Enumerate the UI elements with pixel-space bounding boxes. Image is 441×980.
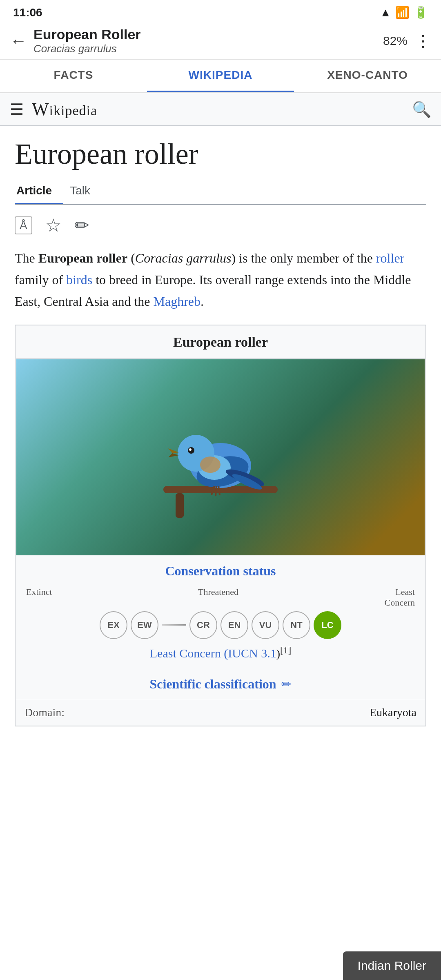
conservation-labels: Extinct Threatened LeastConcern: [23, 587, 418, 608]
status-time: 11:06: [13, 6, 42, 19]
wiki-toolbar: ☰ Wikipedia 🔍: [0, 93, 441, 126]
app-bar: ← European Roller Coracias garrulus 82% …: [0, 22, 441, 60]
status-vu: VU: [252, 611, 279, 639]
conservation-diagram: Extinct Threatened LeastConcern EX EW CR…: [16, 583, 425, 668]
status-nt: NT: [283, 611, 310, 639]
label-extinct: Extinct: [26, 587, 52, 608]
nav-tabs: FACTS WIKIPEDIA XENO-CANTO: [0, 60, 441, 93]
label-threatened: Threatened: [198, 587, 238, 608]
infobox-image-cell: [16, 359, 425, 555]
infobox: European roller: [15, 325, 426, 726]
status-lc: LC: [314, 611, 341, 639]
tab-facts[interactable]: FACTS: [0, 60, 147, 92]
translate-icon[interactable]: Å: [15, 216, 32, 234]
status-ew: EW: [131, 611, 158, 639]
tab-wikipedia[interactable]: WIKIPEDIA: [147, 60, 294, 92]
domain-value: Eukaryota: [370, 706, 416, 719]
svg-point-10: [200, 457, 220, 473]
status-icons: ▲ 📶 🔋: [380, 6, 428, 19]
subject-bold: European roller: [38, 251, 127, 265]
bubble-divider: [162, 624, 186, 626]
status-bubbles: EX EW CR EN VU NT LC: [23, 611, 418, 639]
signal-icon: 📶: [395, 6, 410, 19]
sci-classification-row: Scientific classification ✏: [16, 669, 425, 699]
wiki-search-icon[interactable]: 🔍: [412, 100, 431, 118]
status-ex: EX: [100, 611, 127, 639]
battery-icon: 🔋: [414, 6, 428, 19]
tab-talk[interactable]: Talk: [68, 178, 102, 204]
svg-rect-1: [176, 493, 184, 518]
iucn-ref: [1]: [280, 645, 291, 655]
tab-article[interactable]: Article: [15, 178, 63, 204]
infobox-container: European roller: [0, 325, 441, 748]
maghreb-link[interactable]: Maghreb: [153, 294, 200, 309]
infobox-title: European roller: [16, 326, 425, 359]
conservation-status-text-row: Least Concern (IUCN 3.1)[1]: [23, 645, 418, 660]
sci-classification-title: Scientific classification: [149, 677, 276, 692]
domain-row: Domain: Eukaryota: [16, 700, 425, 725]
conservation-row: Conservation status Extinct Threatened L…: [16, 556, 425, 668]
wiki-menu-icon[interactable]: ☰: [10, 100, 24, 118]
roller-link[interactable]: roller: [376, 251, 404, 265]
conservation-title: Conservation status: [16, 556, 425, 583]
tab-xeno-canto[interactable]: XENO-CANTO: [294, 60, 441, 92]
article-intro: The European roller (Coracias garrulus) …: [15, 247, 426, 312]
sci-edit-icon[interactable]: ✏: [281, 677, 292, 691]
watchlist-icon[interactable]: ☆: [45, 215, 61, 236]
birds-link[interactable]: birds: [66, 272, 92, 287]
status-cr: CR: [189, 611, 217, 639]
battery-percent: 82%: [383, 34, 408, 48]
app-bar-subtitle: Coracias garrulus: [33, 42, 376, 55]
domain-row-content: Domain: Eukaryota: [16, 700, 425, 725]
subject-italic: Coracias garrulus: [135, 251, 232, 265]
snackbar-text: Indian Roller: [358, 959, 426, 972]
article-title: European roller: [15, 138, 426, 170]
bird-image: [16, 359, 425, 555]
sci-classification-header: Scientific classification ✏: [16, 669, 425, 699]
edit-icon[interactable]: ✏: [74, 215, 89, 236]
wifi-icon: ▲: [380, 6, 391, 19]
svg-point-9: [189, 448, 192, 451]
app-bar-title: European Roller: [33, 27, 376, 42]
more-options-button[interactable]: ⋮: [415, 31, 431, 50]
back-button[interactable]: ←: [10, 31, 27, 51]
domain-label: Domain:: [24, 706, 370, 719]
bird-svg: [151, 392, 290, 523]
iucn-link[interactable]: IUCN 3.1: [228, 646, 276, 660]
app-bar-title-block: European Roller Coracias garrulus: [33, 27, 376, 55]
article-tabs: Article Talk: [15, 178, 426, 205]
label-least-concern: LeastConcern: [384, 587, 415, 608]
app-bar-right: 82% ⋮: [383, 31, 431, 50]
article-content: European roller Article Talk Å ☆ ✏ The …: [0, 126, 441, 325]
least-concern-link[interactable]: Least Concern (: [150, 646, 228, 660]
status-bar: 11:06 ▲ 📶 🔋: [0, 0, 441, 22]
status-en: EN: [220, 611, 248, 639]
action-icons: Å ☆ ✏: [15, 215, 426, 236]
wiki-logo: Wikipedia: [32, 99, 404, 120]
bottom-snackbar[interactable]: Indian Roller: [343, 951, 441, 980]
